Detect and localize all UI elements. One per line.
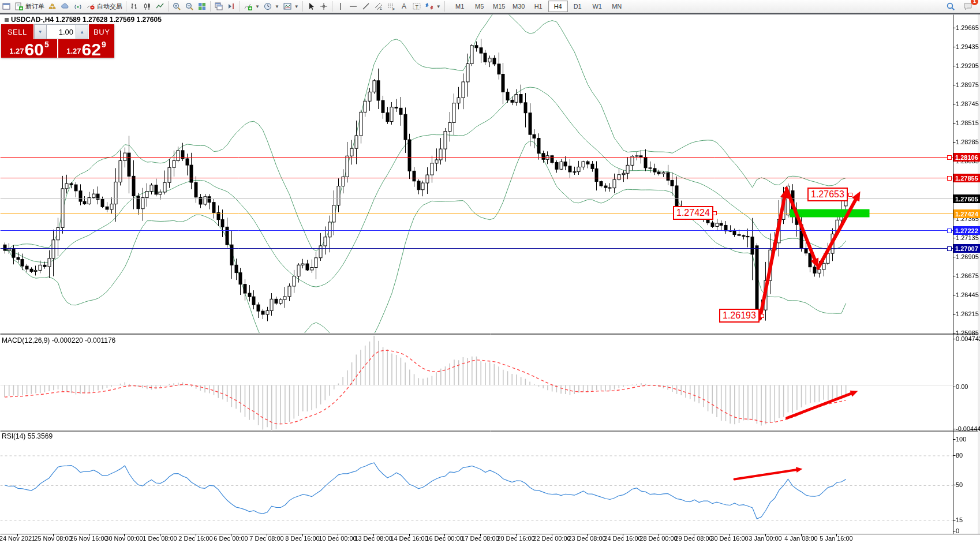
autotrade-button[interactable]: 自动交易: [84, 1, 124, 12]
toolbar-icons: 新订单自动交易▼▼▼EFAT▼: [0, 1, 447, 12]
timeframe-h1[interactable]: H1: [529, 1, 548, 12]
arrows-icon[interactable]: ▼: [423, 1, 443, 12]
price-tick: 1.26675: [956, 272, 980, 279]
chart-marker-icon: [5, 18, 9, 22]
timeframe-m5[interactable]: M5: [470, 1, 489, 12]
text-icon[interactable]: A: [398, 1, 410, 12]
timeframe-d1[interactable]: D1: [568, 1, 588, 12]
price-tick: 1.28285: [956, 138, 980, 145]
date-tick: 24 Nov 2021: [0, 535, 35, 542]
svg-text:F: F: [392, 8, 395, 11]
periods-icon[interactable]: ▼: [261, 1, 281, 12]
toolbar-separator: [240, 1, 240, 12]
chart-title-text: USDCAD-,H4 1.27589 1.27628 1.27569 1.276…: [11, 16, 162, 24]
sell-button[interactable]: SELL: [1, 24, 34, 39]
indicators-icon[interactable]: ▼: [242, 1, 261, 12]
signals-icon[interactable]: [72, 1, 84, 12]
sell-price-prefix: 1.27: [9, 47, 24, 55]
date-tick: 7 Dec 08:00: [249, 535, 283, 542]
price-tag: 1.28106: [953, 153, 980, 162]
fibonacci-icon[interactable]: F: [385, 1, 398, 12]
date-tick: 1 Dec 08:00: [143, 535, 177, 542]
periods-icon-dropdown[interactable]: ▼: [275, 4, 279, 9]
date-tick: 4 Jan 08:00: [784, 535, 818, 542]
timeframe-m1[interactable]: M1: [450, 1, 470, 12]
buy-button[interactable]: BUY: [88, 24, 114, 39]
timeframe-mn[interactable]: MN: [607, 1, 627, 12]
arrows-icon-dropdown[interactable]: ▼: [436, 4, 441, 9]
date-tick: 14 Dec 16:00: [390, 535, 428, 542]
chart-title: USDCAD-,H4 1.27589 1.27628 1.27569 1.276…: [5, 16, 162, 24]
chat-icon[interactable]: 1: [962, 1, 974, 12]
profile-icon[interactable]: [0, 1, 13, 12]
zoom-out-icon[interactable]: [183, 1, 196, 12]
rsi-label: RSI(14) 55.3569: [2, 432, 53, 440]
date-tick: 16 Dec 00:00: [425, 535, 463, 542]
sell-price[interactable]: 1.27 60 5: [1, 39, 58, 58]
auto-arrange-icon[interactable]: [212, 1, 225, 12]
date-tick: 8 Dec 16:00: [285, 535, 319, 542]
buy-price-prefix: 1.27: [66, 47, 81, 55]
line-chart-icon[interactable]: [154, 1, 166, 12]
templates-icon-dropdown[interactable]: ▼: [294, 4, 299, 9]
sell-price-main: 60: [25, 42, 44, 57]
indicator-tick: 80: [956, 452, 980, 459]
indicator-tick: 0.004742: [956, 335, 980, 342]
templates-icon[interactable]: ▼: [281, 1, 301, 12]
price-label-support[interactable]: 1.27424: [673, 206, 713, 220]
date-tick: 30 Nov 00:00: [105, 535, 143, 542]
price-label-low[interactable]: 1.26193: [719, 309, 760, 323]
bar-chart-icon[interactable]: [128, 1, 141, 12]
price-tag: 1.27605: [953, 194, 980, 203]
horizontal-line-icon[interactable]: [347, 1, 360, 12]
date-tick: 17 Dec 08:00: [461, 535, 499, 542]
timeframe-m30[interactable]: M30: [509, 1, 529, 12]
indicator-tick: 50: [956, 481, 980, 488]
toolbar-separator: [302, 1, 303, 12]
lot-size-input[interactable]: [47, 24, 76, 39]
indicators-icon-dropdown[interactable]: ▼: [255, 4, 260, 9]
timeframe-m15[interactable]: M15: [489, 1, 509, 12]
lot-decrease-button[interactable]: ▼: [34, 24, 47, 39]
chart-canvas[interactable]: [0, 0, 980, 543]
timeframe-w1[interactable]: W1: [588, 1, 607, 12]
trendline-icon[interactable]: [360, 1, 372, 12]
svg-text:A: A: [402, 2, 406, 10]
crosshair-icon[interactable]: [317, 1, 330, 12]
search-icon[interactable]: [944, 1, 957, 12]
zoom-in-icon[interactable]: [170, 1, 183, 12]
date-tick: 5 Jan 16:00: [820, 535, 853, 542]
indicator-tick: 0: [956, 527, 980, 534]
candle-chart-icon[interactable]: [141, 1, 154, 12]
timeframe-h4[interactable]: H4: [548, 1, 568, 12]
price-tick: 1.28975: [956, 81, 980, 88]
cursor-icon[interactable]: [305, 1, 317, 12]
community-icon[interactable]: [59, 1, 72, 12]
tile-windows-icon[interactable]: [196, 1, 208, 12]
date-tick: 13 Dec 08:00: [354, 535, 392, 542]
market-icon[interactable]: [46, 1, 59, 12]
date-tick: 6 Dec 00:00: [214, 535, 248, 542]
macd-label: MACD(12,26,9) -0.000220 -0.001176: [2, 336, 115, 344]
price-label-high[interactable]: 1.27653: [807, 188, 848, 201]
toolbar-separator: [332, 1, 332, 12]
toolbar-separator: [126, 1, 126, 12]
price-tick: 1.29665: [956, 24, 980, 31]
price-tick: 1.29205: [956, 62, 980, 69]
toolbar-separator: [168, 1, 169, 12]
vertical-line-icon[interactable]: [334, 1, 347, 12]
price-tag: 1.27424: [953, 209, 980, 218]
buy-price[interactable]: 1.27 62 9: [58, 39, 114, 58]
date-tick: 23 Dec 08:00: [568, 535, 605, 542]
chart-shift-icon[interactable]: [225, 1, 238, 12]
channel-icon[interactable]: E: [372, 1, 385, 12]
lot-increase-button[interactable]: ▲: [76, 24, 88, 39]
label-icon[interactable]: T: [410, 1, 423, 12]
price-tick: 1.29435: [956, 43, 980, 50]
date-tick: 10 Dec 00:00: [319, 535, 356, 542]
date-tick: 29 Dec 08:00: [675, 535, 712, 542]
new-order-button[interactable]: 新订单: [13, 1, 46, 12]
price-tick: 1.27135: [956, 234, 980, 241]
date-tick: 26 Nov 16:00: [70, 535, 107, 542]
price-tag: 1.27855: [953, 174, 980, 182]
